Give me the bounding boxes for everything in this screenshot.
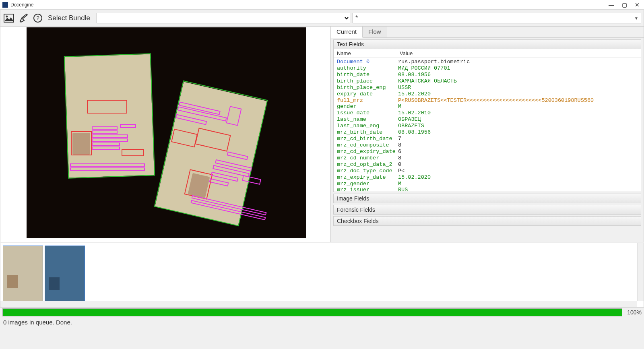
red-box bbox=[87, 100, 127, 114]
thumbnail[interactable] bbox=[45, 246, 85, 302]
tab-flow[interactable]: Flow bbox=[363, 27, 387, 37]
minimize-button[interactable]: — bbox=[609, 2, 614, 8]
app-icon bbox=[2, 2, 8, 8]
table-row[interactable]: last_nameОБРАЗЕЦ bbox=[337, 116, 641, 123]
table-row[interactable]: mrz_issuerRUS bbox=[337, 187, 641, 192]
field-value: МИД РОССИИ 07701 bbox=[398, 65, 641, 72]
field-value: 6 bbox=[398, 149, 641, 155]
field-name: issue_date bbox=[337, 110, 398, 116]
field-name: birth_date bbox=[337, 72, 398, 78]
table-row[interactable]: issue_date15.02.2010 bbox=[337, 110, 641, 116]
table-header: Name Value bbox=[334, 49, 641, 58]
field-value: 08.08.1956 bbox=[398, 129, 641, 136]
table-body[interactable]: Document 0rus.passport.biometric authori… bbox=[334, 58, 641, 192]
titlebar: Docengine — ▢ ✕ bbox=[0, 0, 644, 10]
field-name: mrz_cd_composite bbox=[337, 142, 398, 149]
field-value: 0 bbox=[398, 161, 641, 168]
thumbnail[interactable] bbox=[3, 246, 43, 302]
table-row[interactable]: mrz_cd_birth_date7 bbox=[337, 136, 641, 142]
table-row[interactable]: mrz_cd_opt_data_20 bbox=[337, 161, 641, 168]
field-name: mrz_cd_number bbox=[337, 155, 398, 161]
results-panel: Current Flow Text Fields Name Value Docu… bbox=[331, 27, 644, 242]
thumb-face bbox=[7, 275, 18, 288]
magenta-box bbox=[70, 163, 145, 167]
close-button[interactable]: ✕ bbox=[634, 2, 640, 8]
field-name: mrz_birth_date bbox=[337, 129, 398, 136]
table-row[interactable]: mrz_cd_expiry_date6 bbox=[337, 149, 641, 155]
field-value: USSR bbox=[398, 85, 641, 91]
help-icon[interactable]: ? bbox=[32, 12, 44, 24]
field-value: 15.02.2010 bbox=[398, 110, 641, 116]
column-name: Name bbox=[334, 50, 398, 56]
field-value: P<RUSOBRAZETS<<TESTER<<<<<<<<<<<<<<<<<<<… bbox=[398, 97, 641, 104]
table-row[interactable]: genderM bbox=[337, 103, 641, 110]
field-value: 7 bbox=[398, 136, 641, 142]
field-name: last_name_eng bbox=[337, 123, 398, 129]
section-image-fields[interactable]: Image Fields bbox=[333, 194, 641, 203]
svg-point-1 bbox=[6, 16, 8, 18]
field-value: M bbox=[398, 103, 641, 110]
field-name: full_mrz bbox=[337, 97, 398, 104]
table-row[interactable]: Document 0rus.passport.biometric bbox=[337, 59, 641, 65]
magenta-box bbox=[92, 147, 120, 150]
field-value: 15.02.2020 bbox=[398, 174, 641, 181]
section-checkbox-fields[interactable]: Checkbox Fields bbox=[333, 216, 641, 226]
table-row[interactable]: last_name_engOBRAZETS bbox=[337, 123, 641, 129]
field-value: M bbox=[398, 181, 641, 187]
table-row[interactable]: authorityМИД РОССИИ 07701 bbox=[337, 65, 641, 72]
section-text-fields[interactable]: Text Fields bbox=[333, 39, 641, 49]
magenta-box bbox=[92, 138, 128, 142]
tab-current[interactable]: Current bbox=[331, 27, 363, 38]
field-value: 08.08.1956 bbox=[398, 72, 641, 78]
image-icon[interactable] bbox=[3, 12, 15, 24]
table-row[interactable]: mrz_doc_type_codeP< bbox=[337, 168, 641, 174]
field-name: gender bbox=[337, 103, 398, 110]
field-value: КАМЧАТСКАЯ ОБЛАСТЬ bbox=[398, 78, 641, 85]
progress-row: 100% bbox=[0, 308, 644, 317]
scrollbar-vertical[interactable] bbox=[637, 243, 644, 301]
table-row[interactable]: birth_date08.08.1956 bbox=[337, 72, 641, 78]
table-row[interactable]: mrz_cd_composite8 bbox=[337, 142, 641, 149]
magenta-box bbox=[120, 124, 136, 128]
field-value: 8 bbox=[398, 155, 641, 161]
tabs: Current Flow bbox=[331, 27, 644, 38]
image-viewer[interactable] bbox=[0, 27, 331, 242]
maximize-button[interactable]: ▢ bbox=[621, 2, 627, 8]
bundle-select[interactable] bbox=[97, 13, 350, 23]
text-fields-table: Name Value Document 0rus.passport.biomet… bbox=[333, 49, 641, 192]
field-name: mrz_issuer bbox=[337, 187, 398, 192]
table-row[interactable]: mrz_cd_number8 bbox=[337, 155, 641, 161]
field-value: ОБРАЗЕЦ bbox=[398, 116, 641, 123]
svg-text:?: ? bbox=[36, 15, 39, 21]
table-row[interactable]: full_mrzP<RUSOBRAZETS<<TESTER<<<<<<<<<<<… bbox=[337, 97, 641, 104]
red-box bbox=[122, 149, 144, 156]
document-canvas bbox=[27, 27, 306, 238]
path-field[interactable]: * ▼ bbox=[353, 13, 641, 23]
scrollbar-horizontal[interactable] bbox=[0, 301, 637, 307]
field-value: rus.passport.biometric bbox=[398, 59, 641, 65]
chevron-down-icon: ▼ bbox=[634, 16, 638, 21]
field-value: RUS bbox=[398, 187, 641, 192]
status-bar: 0 images in queue. Done. bbox=[0, 317, 644, 328]
table-row[interactable]: birth_place_engUSSR bbox=[337, 85, 641, 91]
field-name: mrz_cd_expiry_date bbox=[337, 149, 398, 155]
table-row[interactable]: mrz_expiry_date15.02.2020 bbox=[337, 174, 641, 181]
toolbar: ? Select Bundle * ▼ bbox=[0, 10, 644, 27]
field-value: 15.02.2020 bbox=[398, 91, 641, 97]
magenta-box bbox=[92, 134, 128, 138]
table-row[interactable]: mrz_birth_date08.08.1956 bbox=[337, 129, 641, 136]
thumb-face bbox=[49, 277, 60, 290]
field-value: 8 bbox=[398, 142, 641, 149]
table-row[interactable]: birth_placeКАМЧАТСКАЯ ОБЛАСТЬ bbox=[337, 78, 641, 85]
magenta-box bbox=[92, 130, 118, 134]
thumbnail-strip[interactable] bbox=[0, 243, 644, 308]
column-value: Value bbox=[398, 50, 641, 56]
field-name: birth_place_eng bbox=[337, 85, 398, 91]
path-field-text: * bbox=[355, 14, 358, 22]
table-row[interactable]: expiry_date15.02.2020 bbox=[337, 91, 641, 97]
brush-icon[interactable] bbox=[17, 12, 29, 24]
table-row[interactable]: mrz_genderM bbox=[337, 181, 641, 187]
section-forensic-fields[interactable]: Forensic Fields bbox=[333, 205, 641, 215]
window-title: Docengine bbox=[10, 2, 609, 8]
select-bundle-label: Select Bundle bbox=[48, 14, 90, 22]
